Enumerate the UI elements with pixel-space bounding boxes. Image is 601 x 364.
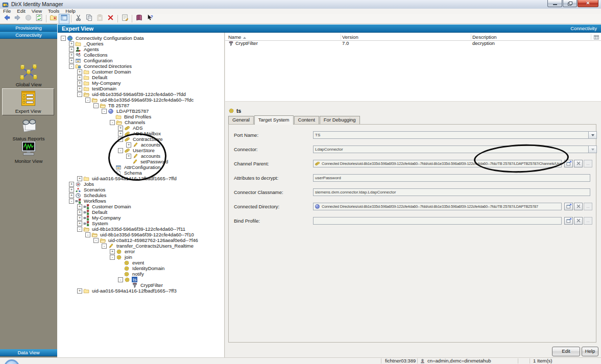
tree-item-schedules[interactable]: Schedules <box>83 192 107 198</box>
menu-file[interactable]: File <box>0 9 14 14</box>
expander-icon[interactable]: + <box>77 69 82 75</box>
tree-item-default[interactable]: Default <box>91 75 108 80</box>
tree-item-ts[interactable]: ts <box>132 277 137 282</box>
properties-button[interactable] <box>564 203 573 210</box>
expander-icon[interactable]: + <box>69 41 74 46</box>
tree-item-notify[interactable]: notify <box>131 271 145 277</box>
column-header-version[interactable]: Version <box>342 34 358 40</box>
tab-content[interactable]: Content <box>294 116 319 124</box>
port-name-field[interactable]: TS <box>313 131 597 139</box>
tree-item-my-company[interactable]: My-Company <box>91 80 122 86</box>
refresh-button[interactable] <box>34 14 44 24</box>
expander-icon[interactable]: - <box>102 244 107 249</box>
expander-icon[interactable]: + <box>77 75 82 80</box>
properties-button[interactable] <box>564 217 573 225</box>
tree-item-uid-aa016-594a1416-12fbadf1665-7ff3[interactable]: uid-aa016-594a1416-12fbadf1665--7ff3 <box>91 288 178 294</box>
channel-parent-field[interactable]: Connected Directories/uid-8b1e335d-596a6… <box>313 160 562 167</box>
tree-item-connected-directories[interactable]: Connected Directories <box>83 63 133 69</box>
tree-item-customer-domain[interactable]: Customer Domain <box>91 69 132 75</box>
tree-item-agents[interactable]: Agents <box>83 46 100 52</box>
context-help-button[interactable]: ? <box>145 14 155 24</box>
expander-icon[interactable]: - <box>110 120 115 125</box>
manage-folder-button[interactable] <box>48 14 59 24</box>
tree-item-system[interactable]: System <box>91 221 109 226</box>
expander-icon[interactable]: + <box>118 126 123 131</box>
tree-item-ads-mailbox[interactable]: ADS Mailbox <box>132 131 162 136</box>
menu-view[interactable]: View <box>29 9 45 14</box>
sidebar-tab-data-view[interactable]: Data View <box>0 349 57 356</box>
copy-button[interactable] <box>84 14 94 24</box>
expander-icon[interactable]: + <box>126 142 131 148</box>
back-button[interactable] <box>2 14 12 24</box>
tree-item-uid-8b1e335d-596a6f39-122cfe4da60-7fdc[interactable]: uid-8b1e335d-596a6f39-122cfe4da60--7fdc <box>99 97 195 103</box>
sidebar-item-status-reports[interactable]: Status Reports <box>0 118 57 141</box>
expander-icon[interactable]: - <box>85 232 90 237</box>
tree-item-testdomain[interactable]: testDomain <box>91 86 117 91</box>
tree-item-userstore[interactable]: UserStore <box>132 148 156 153</box>
dropdown-arrow-icon[interactable] <box>588 132 596 138</box>
tree-item-accounts[interactable]: accounts <box>140 142 161 148</box>
minimize-button[interactable] <box>547 0 562 7</box>
tree-item-default[interactable]: Default <box>91 209 108 215</box>
sidebar-tab-connectivity[interactable]: Connectivity <box>0 32 57 39</box>
stop-button[interactable] <box>23 14 34 24</box>
tree-item-attrconfiguration[interactable]: AttrConfiguration <box>123 164 161 170</box>
expander-icon[interactable]: + <box>77 221 82 226</box>
tree-item-uid-8b1e335d-596a6f39-122cfe4da60-7fdd[interactable]: uid-8b1e335d-596a6f39-122cfe4da60--7fdd <box>91 91 187 97</box>
expander-icon[interactable]: + <box>77 215 82 221</box>
expander-icon[interactable]: + <box>69 193 74 198</box>
edit-note-button[interactable] <box>119 14 130 24</box>
dropdown-arrow-icon[interactable] <box>588 146 596 153</box>
tree-item-scenarios[interactable]: Scenarios <box>83 187 106 192</box>
more-button[interactable]: ... <box>584 203 592 210</box>
expander-icon[interactable]: + <box>77 210 82 215</box>
restore-button[interactable] <box>563 0 577 7</box>
bind-profile-field[interactable] <box>313 217 562 225</box>
expander-icon[interactable]: + <box>77 176 82 181</box>
book-help-button[interactable] <box>134 14 145 24</box>
forward-button[interactable] <box>12 14 23 24</box>
expander-icon[interactable]: - <box>93 103 99 108</box>
paste-button[interactable] <box>94 14 105 24</box>
connector-classname-field[interactable]: siemens.dxm.connector.ldap.LdapConnector <box>313 188 590 196</box>
delete-button[interactable] <box>105 14 116 24</box>
tree-item-channels[interactable]: Channels <box>124 119 146 125</box>
expander-icon[interactable]: - <box>93 238 99 243</box>
tree-item-ldaptb25787[interactable]: LDAPTB25787 <box>115 108 150 114</box>
tree-item-cryptfilter[interactable]: CryptFilter <box>139 282 164 288</box>
sidebar-item-expert-view[interactable]: Expert View <box>2 88 54 115</box>
tree-item-jobs[interactable]: Jobs <box>83 181 95 187</box>
tree-item-queries[interactable]: _Queries <box>83 41 105 46</box>
column-header-description[interactable]: Description <box>472 34 497 40</box>
expander-icon[interactable]: - <box>77 92 82 97</box>
more-button[interactable]: ... <box>584 160 592 167</box>
more-button[interactable]: ... <box>584 217 592 225</box>
tree-item-join[interactable]: join <box>124 254 133 260</box>
tree-item-my-company[interactable]: My-Company <box>91 215 122 221</box>
tree-item-uid-8b1e335d-596a6f39-122cfe4da60-7f10[interactable]: uid-8b1e335d-596a6f39-122cfe4da60--7f10 <box>99 232 195 237</box>
window-layout-button[interactable] <box>59 14 69 24</box>
column-chooser-icon[interactable] <box>593 34 599 40</box>
tree-item-contractstore[interactable]: ContractStore <box>132 136 164 142</box>
tree-item-connectivity-configuration-data[interactable]: Connectivity Configuration Data <box>75 35 145 41</box>
expander-icon[interactable]: + <box>77 81 82 86</box>
menu-help[interactable]: Help <box>62 9 79 14</box>
help-button[interactable]: Help <box>582 347 598 356</box>
tree-item-ads[interactable]: ADS <box>132 125 144 131</box>
expander-icon[interactable]: + <box>69 53 74 58</box>
expander-icon[interactable]: - <box>77 227 82 232</box>
expander-icon[interactable]: - <box>85 98 90 103</box>
menu-edit[interactable]: Edit <box>14 9 28 14</box>
expander-icon[interactable]: - <box>61 36 66 41</box>
tree-item-event[interactable]: event <box>131 260 145 265</box>
tree-item-bind-profiles[interactable]: Bind Profiles <box>123 114 152 119</box>
expander-icon[interactable]: + <box>118 137 123 142</box>
clear-button[interactable] <box>574 217 583 225</box>
tree-item-tb-25787[interactable]: TB 25787 <box>107 103 130 108</box>
expander-icon[interactable]: - <box>118 148 123 153</box>
tree-item-uid-aa016-594a1416-12fbadf1665-7ffd[interactable]: uid-aa016-594a1416-12fbadf1665--7ffd <box>91 176 178 181</box>
cut-button[interactable] <box>73 14 84 24</box>
tree-item-schema[interactable]: Schema <box>123 170 143 176</box>
edit-button[interactable]: Edit <box>552 347 580 356</box>
tab-general[interactable]: General <box>228 116 254 124</box>
